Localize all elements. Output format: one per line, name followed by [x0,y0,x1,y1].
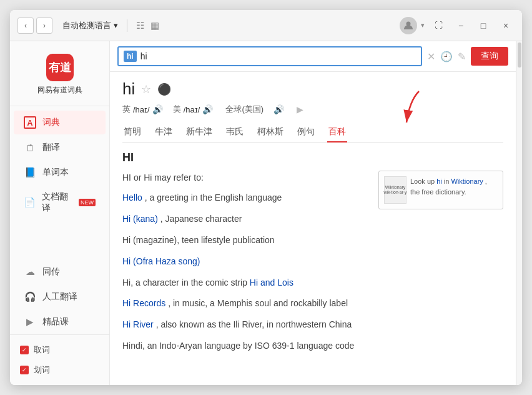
danciben-label: 单词本 [42,167,69,178]
document-icon[interactable]: ☷ [136,20,144,31]
sidebar-item-danciben[interactable]: 📘 单词本 [14,161,106,184]
tab-xinniujin[interactable]: 新牛津 [185,122,214,142]
link-hi-records[interactable]: Hi Records [122,298,165,308]
sound-global-icon[interactable]: 🔊 [273,104,284,114]
global-label: 全球(美国) [225,104,264,115]
sidebar-item-rengong[interactable]: 🎧 人工翻译 [14,285,106,309]
star-icon[interactable]: ☆ [141,82,151,96]
titlebar-action-icons: ☷ ▦ [136,20,159,31]
history-icon[interactable]: 🕘 [440,51,453,62]
link-hi-ofra[interactable]: Hi (Ofra Haza song) [122,256,200,266]
search-prefix: hi [124,51,137,62]
list-item: Hindi, an Indo-Aryan language by ISO 639… [122,339,503,354]
wiktionary-link[interactable]: Wiktionary [451,178,483,185]
edit-icon[interactable]: ✎ [458,51,466,62]
sidebar-item-fanyi[interactable]: 🗒 翻译 [14,136,106,159]
scrollbar-thumb[interactable] [518,42,521,68]
wiki-box-inner: Wiktionarywik·tion·ar·y Look up hi in Wi… [384,176,498,204]
sidebar-bottom: 取词 划词 [10,334,109,385]
search-button[interactable]: 查询 [471,47,508,66]
app-logo: 有道 [46,54,74,81]
fanyi-icon: 🗒 [24,141,36,154]
wiki-thumbnail: Wiktionarywik·tion·ar·y [384,176,406,204]
cidian-label: 词典 [42,117,60,128]
wiki-box: Wiktionarywik·tion·ar·y Look up hi in Wi… [378,171,503,209]
tab-lishu[interactable]: 例句 [296,122,316,142]
content-area: hi hi ✕ 🕘 ✎ 查询 hi ☆ ⚫ [110,41,516,385]
sound-us-icon[interactable]: 🔊 [202,104,213,114]
forward-button[interactable]: › [36,18,52,34]
tongchuan-label: 同传 [42,266,60,278]
search-actions: ✕ 🕘 ✎ [427,51,466,62]
tabs-container: 简明 牛津 新牛津 韦氏 柯林斯 例句 百科 [122,122,503,142]
camera-icon[interactable]: ▦ [150,20,159,31]
cidian-icon: A [24,116,36,129]
jingpink-label: 精品课 [42,316,69,328]
encyclopedia-content: HI Wiktionarywik·tion·ar·y Look up hi in [122,151,503,354]
app-name: 网易有道词典 [37,85,82,96]
tab-kelins[interactable]: 柯林斯 [256,122,285,142]
list-item: Hi River , also known as the Ili River, … [122,318,503,332]
sidebar-item-cidian[interactable]: A 词典 [14,111,106,134]
avatar[interactable] [400,17,417,34]
minimize-button[interactable]: − [452,17,470,34]
danciben-icon: 📘 [24,166,36,179]
phonetic-us: 美 /haɪ/ 🔊 [173,104,214,115]
tab-jianming[interactable]: 简明 [122,122,142,142]
sidebar-item-jingpink[interactable]: ▶ 精品课 [14,310,106,334]
logo-text: 有道 [49,60,71,75]
more-phonetics-icon[interactable]: ▶ [297,104,303,114]
back-button[interactable]: ‹ [17,18,34,34]
bottom-item-qucl[interactable]: 取词 [10,340,109,360]
link-hello[interactable]: Hello [122,192,142,202]
jingpink-icon: ▶ [24,316,36,328]
search-display-value: hi [140,51,416,61]
wendang-label: 文档翻译 [42,191,71,214]
logo-area: 有道 网易有道词典 [10,48,109,106]
dict-content: hi ☆ ⚫ 英 /haɪ/ 🔊 美 /haɪ/ 🔊 全球(美国) [110,72,516,385]
sound-en-icon[interactable]: 🔊 [152,104,163,114]
clear-icon[interactable]: ✕ [427,51,435,62]
titlebar-center: 自动检测语言 ▾ ☷ ▦ [62,19,159,32]
sidebar-item-tongchuan[interactable]: ☁ 同传 [14,260,106,284]
fullscreen-button[interactable]: ⛶ [430,17,447,34]
qucl-check-icon [20,346,29,354]
tab-shishi[interactable]: 韦氏 [225,122,245,142]
encyclo-title: HI [122,151,503,164]
list-item: Hi Records , in music, a Memphis soul an… [122,296,503,311]
phonetics: 英 /haɪ/ 🔊 美 /haɪ/ 🔊 全球(美国) 🔊 ▶ [122,104,503,115]
close-button[interactable]: × [497,17,515,34]
auto-detect-dropdown[interactable]: 自动检测语言 ▾ [62,20,118,31]
link-hi-and-lois[interactable]: Hi and Lois [250,278,293,288]
tongchuan-icon: ☁ [24,266,36,278]
auto-detect-label: 自动检测语言 [62,20,111,31]
list-item: Hi, a character in the comic strip Hi an… [122,276,503,291]
search-input-wrap[interactable]: hi hi [117,46,422,66]
tab-baike[interactable]: 百科 [327,122,347,142]
list-item: Hi (kana) , Japanese character [122,212,503,227]
user-dropdown-arrow[interactable]: ▾ [421,21,425,29]
divider [127,19,127,32]
sidebar-item-wendang[interactable]: 📄 文档翻译 NEW [14,186,106,219]
list-item: Hi (Ofra Haza song) [122,254,503,269]
sidebar: 有道 网易有道词典 A 词典 🗒 翻译 📘 单词本 📄 文档翻译 NEW [10,41,110,385]
fanyi-label: 翻译 [42,142,60,153]
huaci-check-icon [20,366,29,374]
tab-niujin[interactable]: 牛津 [154,122,174,142]
wiki-word-link[interactable]: hi [436,178,442,185]
huaci-label: 划词 [34,364,50,376]
wiki-text: Look up hi in Wiktionary , the free dict… [410,176,498,197]
link-hi-kana[interactable]: Hi (kana) [122,214,158,224]
word-header: hi ☆ ⚫ [122,79,503,99]
dictionary-tabs: 简明 牛津 新牛津 韦氏 柯林斯 例句 百科 [122,122,503,142]
bottom-item-huaci[interactable]: 划词 [10,360,109,380]
rengong-icon: 🎧 [24,291,36,303]
link-hi-river[interactable]: Hi River [122,319,154,329]
maximize-button[interactable]: □ [475,17,492,34]
more-icon[interactable]: ⚫ [157,82,171,96]
scrollbar-track [516,41,522,385]
new-badge: NEW [79,199,96,206]
search-bar: hi hi ✕ 🕘 ✎ 查询 [110,41,516,72]
window-controls: ⛶ − □ × [430,17,515,34]
rengong-label: 人工翻译 [42,291,77,302]
